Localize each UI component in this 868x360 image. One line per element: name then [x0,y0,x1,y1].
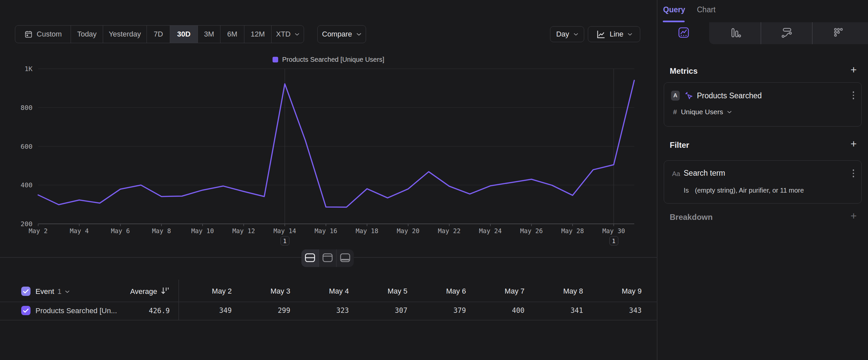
svg-text:May 12: May 12 [232,227,255,234]
svg-text:May 30: May 30 [602,227,625,234]
add-filter-button[interactable]: + [850,138,857,149]
insights-report-screen: CustomTodayYesterday7D30D3M6M12MXTD Comp… [0,0,868,360]
table-divider [0,320,657,321]
bottom-panel-toggle[interactable] [336,249,354,267]
range-today[interactable]: Today [71,26,103,43]
metric-card[interactable]: A Products Searched # Unique Users [664,82,862,127]
date-column-header[interactable]: May 5 [354,287,413,296]
average-label: Average [130,287,157,296]
aggregation-label: Unique Users [681,108,723,116]
annotation-chip[interactable]: 1 [610,236,618,245]
annotation-chip[interactable]: 1 [280,236,289,245]
view-tab-bar-chart[interactable] [709,22,761,44]
compare-button[interactable]: Compare [317,25,366,43]
hash-icon: # [673,108,677,116]
top-panel-toggle[interactable] [319,249,336,267]
sort-descending-icon[interactable] [160,286,170,297]
range-6m[interactable]: 6M [220,26,244,43]
chevron-down-icon [574,33,578,36]
date-column-value: 379 [412,307,471,314]
metrics-heading: Metrics [670,66,698,76]
svg-text:May 26: May 26 [520,227,543,234]
bar-chart-icon [729,26,741,40]
filter-value[interactable]: (empty string), Air purifier, or 11 more [695,187,804,194]
split-view-icon [304,253,316,264]
legend-label: Products Searched [Unique Users] [282,56,384,63]
tab-query[interactable]: Query [663,5,685,14]
range-3m[interactable]: 3M [198,26,220,43]
metric-event-name[interactable]: Products Searched [697,91,762,100]
svg-text:800: 800 [21,104,32,112]
average-value: 426.9 [0,306,170,315]
view-tab-insights[interactable] [658,22,709,44]
svg-text:May 24: May 24 [479,227,502,234]
chevron-down-icon [295,33,300,36]
date-column-value: 349 [178,307,237,314]
svg-text:200: 200 [21,220,32,228]
click-event-icon [684,91,694,102]
date-column-header[interactable]: May 2 [178,287,237,296]
svg-text:400: 400 [21,181,32,189]
breakdown-heading: Breakdown [670,213,713,222]
calendar-icon [24,30,33,38]
range-7d[interactable]: 7D [147,26,170,43]
date-column-value: 307 [354,307,413,314]
date-column-header[interactable]: May 9 [588,287,647,296]
line-chart[interactable]: 2004006008001KMay 2May 4May 6May 8May 10… [0,63,657,249]
range-30d[interactable]: 30D [170,26,198,43]
date-column-value: 299 [237,307,296,314]
date-column-header[interactable]: May 3 [237,287,296,296]
add-breakdown-button[interactable]: + [850,211,857,221]
filter-heading: Filter [670,140,689,150]
bottom-panel-icon [340,253,351,264]
view-tab-flow[interactable] [761,22,812,44]
svg-text:May 28: May 28 [561,227,584,234]
chart-type-button[interactable]: Line [588,26,640,42]
split-view-toggle[interactable] [301,249,319,267]
svg-text:May 16: May 16 [315,227,338,234]
compare-label: Compare [322,30,352,38]
svg-text:600: 600 [21,142,32,150]
svg-text:May 14: May 14 [274,227,297,234]
date-column-value: 341 [530,307,589,314]
granularity-button[interactable]: Day [550,26,584,42]
date-column-value: 400 [471,307,530,314]
svg-text:May 4: May 4 [70,227,89,234]
svg-text:May 10: May 10 [191,227,214,234]
metric-series-badge: A [671,91,680,101]
view-tab-retention[interactable] [812,22,863,44]
date-range-control: CustomTodayYesterday7D30D3M6M12MXTD [15,25,304,43]
filter-property-name[interactable]: Search term [684,169,725,178]
kebab-menu-icon[interactable] [853,169,855,177]
kebab-menu-icon[interactable] [853,91,855,99]
svg-text:May 20: May 20 [397,227,420,234]
chevron-down-icon [727,111,732,114]
filter-operator[interactable]: Is [684,187,689,194]
filter-card[interactable]: Aa Search term Is (empty string), Air pu… [664,160,862,203]
date-column-header[interactable]: May 7 [471,287,530,296]
insights-icon [677,26,690,40]
range-yesterday[interactable]: Yesterday [103,26,147,43]
chart-type-label: Line [610,30,624,38]
layout-toggle [301,249,354,267]
date-column-header[interactable]: May 8 [530,287,589,296]
tab-chart[interactable]: Chart [697,5,715,14]
average-column-header[interactable]: Average [0,287,157,296]
table-divider [0,302,657,302]
svg-text:May 8: May 8 [152,227,171,234]
retention-icon [832,26,844,40]
chart-canvas: 2004006008001KMay 2May 4May 6May 8May 10… [0,63,657,241]
granularity-label: Day [556,30,569,38]
svg-text:1K: 1K [25,65,32,73]
aggregation-selector[interactable]: # Unique Users [673,108,732,116]
legend-swatch [273,57,278,62]
svg-text:May 2: May 2 [29,227,48,234]
text-property-icon: Aa [672,170,680,178]
date-column-header[interactable]: May 4 [296,287,354,296]
svg-text:May 22: May 22 [438,227,461,234]
date-column-header[interactable]: May 6 [412,287,471,296]
add-metric-button[interactable]: + [850,64,857,75]
range-custom[interactable]: Custom [15,26,71,43]
range-12m[interactable]: 12M [244,26,272,43]
range-xtd[interactable]: XTD [272,26,304,43]
